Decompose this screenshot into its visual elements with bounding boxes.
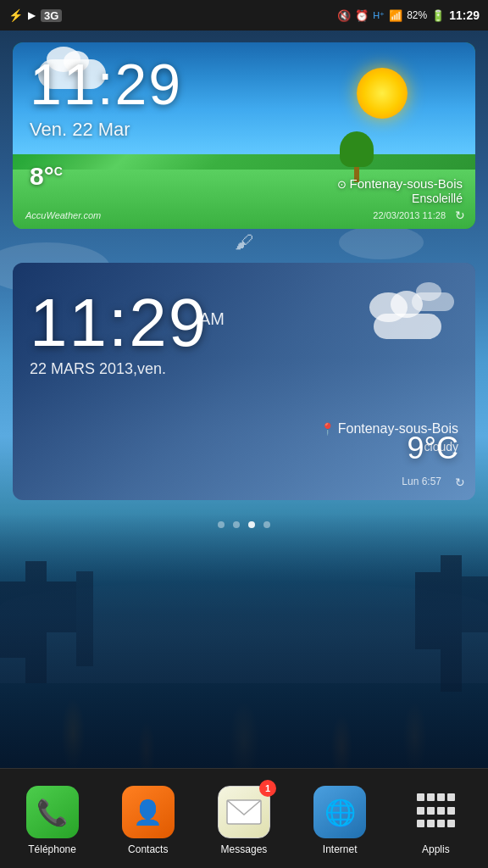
3g-label: 3G <box>41 9 62 22</box>
messages-badge: 1 <box>259 780 276 797</box>
grid-dot-3 <box>437 793 445 801</box>
dock: 📞 Téléphone 👤 Contacts 1 Messages 🌐 Inte… <box>0 768 488 868</box>
status-time: 11:29 <box>449 8 480 22</box>
dock-internet[interactable]: 🌐 Internet <box>297 786 382 855</box>
accu-temperature: 8°C <box>30 162 63 191</box>
usb-icon: ⚡ <box>8 8 23 22</box>
battery-icon: 🔋 <box>431 9 445 22</box>
tree-top <box>340 131 374 167</box>
contacts-label: Contacts <box>128 843 168 855</box>
apps-label: Applis <box>422 843 450 855</box>
grid-dot-1 <box>417 793 424 801</box>
accu-refresh-button[interactable]: ↻ <box>455 209 465 222</box>
grid-dot-5 <box>417 807 424 815</box>
location-pin-icon: ⊙ <box>337 178 350 191</box>
status-bar: ⚡ ▶ 3G 🔇 ⏰ H⁺ 📶 82% 🔋 11:29 <box>0 0 488 31</box>
grid-dot-9 <box>417 820 424 827</box>
page-dot-3-active[interactable] <box>248 521 255 528</box>
clock-time-display: 11:29 <box>30 284 208 362</box>
internet-icon[interactable]: 🌐 <box>313 786 366 838</box>
battery-percent: 82% <box>407 9 427 21</box>
dock-apps[interactable]: Applis <box>393 786 478 855</box>
phone-symbol: 📞 <box>36 798 68 827</box>
apps-grid <box>417 793 454 831</box>
clock-ampm: AM <box>199 309 225 329</box>
accu-sun-icon <box>357 68 408 119</box>
clock-weather-widget: 11:29 AM 22 MARS 2013,ven. 📍 Fontenay-so… <box>13 263 475 500</box>
mute-icon: 🔇 <box>337 9 351 22</box>
cloud-main <box>374 314 441 339</box>
grid-dot-12 <box>447 820 455 827</box>
page-dot-4[interactable] <box>263 521 270 528</box>
clock-refresh-button[interactable]: ↻ <box>455 476 465 489</box>
accu-update-time: 22/03/2013 11:28 <box>373 210 446 220</box>
page-indicators <box>0 521 488 528</box>
apps-icon[interactable] <box>409 786 462 838</box>
phone-icon[interactable]: 📞 <box>26 786 79 838</box>
data-sync-icon: H⁺ <box>373 10 385 21</box>
accu-time-display: 11:29 <box>30 51 182 117</box>
messages-label: Messages <box>221 843 268 855</box>
alarm-icon: ⏰ <box>355 9 369 22</box>
accu-brand-label: AccuWeather.com <box>25 210 101 220</box>
clock-temperature: 9°C <box>408 431 458 466</box>
accu-date-display: Ven. 22 Mar <box>30 119 130 141</box>
accu-location: ⊙ Fontenay-sous-Bois <box>337 176 463 191</box>
phone-label: Téléphone <box>28 843 76 855</box>
grid-dot-11 <box>437 820 445 827</box>
grid-dot-2 <box>427 793 435 801</box>
accu-tree-icon <box>340 131 374 182</box>
dock-phone[interactable]: 📞 Téléphone <box>10 786 95 855</box>
globe-symbol: 🌐 <box>324 798 356 827</box>
dock-contacts[interactable]: 👤 Contacts <box>106 786 191 855</box>
accu-weather-description: Ensoleillé <box>412 192 463 205</box>
brush-icon: 🖌 <box>235 231 253 253</box>
contact-symbol: 👤 <box>133 798 163 826</box>
clock-date-display: 22 MARS 2013,ven. <box>30 360 166 378</box>
clock-update-time: Lun 6:57 <box>402 476 441 487</box>
dock-messages[interactable]: 1 Messages <box>202 786 286 855</box>
cloud-weather-icon <box>365 288 450 339</box>
page-dot-1[interactable] <box>218 521 225 528</box>
envelope-svg <box>226 799 262 825</box>
grid-dot-7 <box>437 807 445 815</box>
grid-dot-4 <box>447 793 455 801</box>
play-icon: ▶ <box>28 9 36 21</box>
signal-icon: 📶 <box>389 9 402 22</box>
contacts-icon[interactable]: 👤 <box>122 786 175 838</box>
messages-icon[interactable]: 1 <box>218 786 270 838</box>
status-right-icons: 🔇 ⏰ H⁺ 📶 82% 🔋 11:29 <box>337 8 480 22</box>
city-reflection <box>0 514 488 768</box>
status-left-icons: ⚡ ▶ 3G <box>8 8 62 22</box>
grid-dot-6 <box>427 807 435 815</box>
grid-dot-8 <box>447 807 455 815</box>
clock-location-pin-icon: 📍 <box>320 422 338 436</box>
accu-weather-widget: 11:29 Ven. 22 Mar 8°C ⊙ Fontenay-sous-Bo… <box>13 42 475 229</box>
grid-dot-10 <box>427 820 435 827</box>
internet-label: Internet <box>323 843 358 855</box>
page-dot-2[interactable] <box>233 521 240 528</box>
